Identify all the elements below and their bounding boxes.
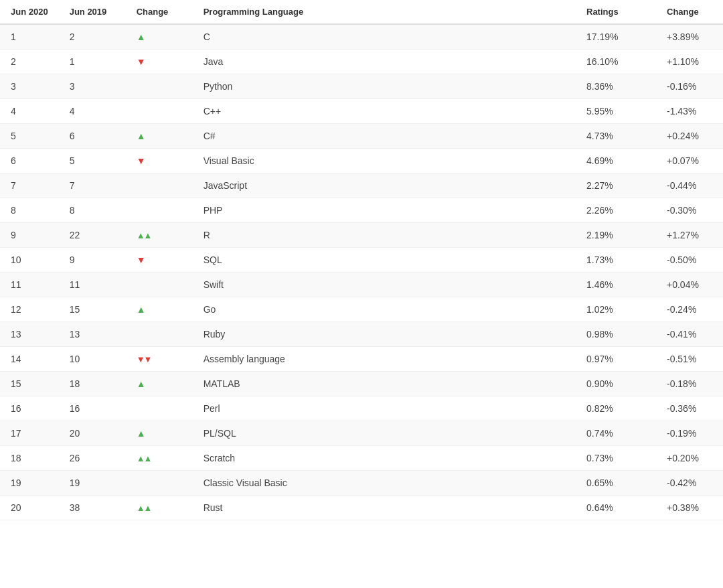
- rank-cell: 17: [0, 421, 59, 446]
- change-cell: ▲: [126, 421, 193, 446]
- language-cell: Visual Basic: [193, 149, 576, 173]
- rating-cell: 17.19%: [576, 24, 656, 50]
- language-cell: Swift: [193, 273, 576, 297]
- table-row: 1826▲▲Scratch0.73%+0.20%: [0, 446, 723, 471]
- rating-cell: 16.10%: [576, 50, 656, 74]
- prev-rank-cell: 8: [59, 198, 126, 223]
- header-change: Change: [126, 0, 193, 24]
- rank-cell: 12: [0, 297, 59, 322]
- change-value-cell: -0.30%: [656, 198, 723, 223]
- change-cell: ▲: [126, 372, 193, 396]
- prev-rank-cell: 20: [59, 421, 126, 446]
- change-cell: ▲▲: [126, 446, 193, 471]
- table-row: 77JavaScript2.27%-0.44%: [0, 173, 723, 198]
- change-cell: [126, 273, 193, 297]
- change-cell: [126, 198, 193, 223]
- table-row: 21▼Java16.10%+1.10%: [0, 50, 723, 74]
- table-row: 1720▲PL/SQL0.74%-0.19%: [0, 421, 723, 446]
- arrow-down-icon: ▼: [137, 56, 146, 67]
- language-cell: JavaScript: [193, 173, 576, 198]
- language-cell: Ruby: [193, 322, 576, 347]
- change-cell: [126, 471, 193, 496]
- rank-cell: 5: [0, 124, 59, 149]
- language-cell: PL/SQL: [193, 421, 576, 446]
- rating-cell: 0.97%: [576, 347, 656, 372]
- rank-cell: 11: [0, 273, 59, 297]
- rating-cell: 0.65%: [576, 471, 656, 496]
- rating-cell: 0.90%: [576, 372, 656, 396]
- table-row: 65▼Visual Basic4.69%+0.07%: [0, 149, 723, 173]
- rank-cell: 8: [0, 198, 59, 223]
- table-row: 44C++5.95%-1.43%: [0, 99, 723, 124]
- rank-cell: 6: [0, 149, 59, 173]
- change-value-cell: +0.20%: [656, 446, 723, 471]
- change-cell: [126, 322, 193, 347]
- change-cell: ▲▲: [126, 223, 193, 248]
- double-arrow-up-icon: ▲▲: [137, 503, 151, 513]
- rank-cell: 18: [0, 446, 59, 471]
- rating-cell: 0.64%: [576, 496, 656, 520]
- prev-rank-cell: 7: [59, 173, 126, 198]
- rank-cell: 20: [0, 496, 59, 520]
- rank-cell: 13: [0, 322, 59, 347]
- table-row: 109▼SQL1.73%-0.50%: [0, 248, 723, 273]
- prev-rank-cell: 15: [59, 297, 126, 322]
- language-cell: SQL: [193, 248, 576, 273]
- double-arrow-up-icon: ▲▲: [137, 453, 151, 463]
- change-value-cell: -0.24%: [656, 297, 723, 322]
- change-cell: ▼: [126, 50, 193, 74]
- rating-cell: 4.73%: [576, 124, 656, 149]
- rank-cell: 16: [0, 396, 59, 421]
- change-value-cell: -0.42%: [656, 471, 723, 496]
- header-language: Programming Language: [193, 0, 576, 24]
- change-value-cell: +1.10%: [656, 50, 723, 74]
- change-cell: ▼: [126, 248, 193, 273]
- rank-cell: 15: [0, 372, 59, 396]
- table-row: 1410▼▼Assembly language0.97%-0.51%: [0, 347, 723, 372]
- rank-cell: 14: [0, 347, 59, 372]
- rank-cell: 3: [0, 74, 59, 99]
- language-cell: PHP: [193, 198, 576, 223]
- arrow-down-icon: ▼: [137, 254, 146, 265]
- rating-cell: 8.36%: [576, 74, 656, 99]
- arrow-up-icon: ▲: [137, 378, 146, 389]
- language-cell: Classic Visual Basic: [193, 471, 576, 496]
- change-cell: ▲: [126, 24, 193, 50]
- table-row: 1518▲MATLAB0.90%-0.18%: [0, 372, 723, 396]
- double-arrow-up-icon: ▲▲: [137, 230, 151, 240]
- prev-rank-cell: 26: [59, 446, 126, 471]
- table-header-row: Jun 2020 Jun 2019 Change Programming Lan…: [0, 0, 723, 24]
- rankings-table: Jun 2020 Jun 2019 Change Programming Lan…: [0, 0, 723, 520]
- change-cell: [126, 74, 193, 99]
- change-value-cell: -0.41%: [656, 322, 723, 347]
- language-cell: R: [193, 223, 576, 248]
- prev-rank-cell: 4: [59, 99, 126, 124]
- table-row: 12▲C17.19%+3.89%: [0, 24, 723, 50]
- rating-cell: 0.82%: [576, 396, 656, 421]
- language-cell: Rust: [193, 496, 576, 520]
- language-cell: C++: [193, 99, 576, 124]
- prev-rank-cell: 38: [59, 496, 126, 520]
- arrow-up-icon: ▲: [137, 31, 146, 42]
- change-value-cell: +0.07%: [656, 149, 723, 173]
- change-value-cell: -0.18%: [656, 372, 723, 396]
- header-jun2019: Jun 2019: [59, 0, 126, 24]
- rating-cell: 0.98%: [576, 322, 656, 347]
- prev-rank-cell: 18: [59, 372, 126, 396]
- prev-rank-cell: 6: [59, 124, 126, 149]
- rank-cell: 1: [0, 24, 59, 50]
- prev-rank-cell: 11: [59, 273, 126, 297]
- change-cell: [126, 173, 193, 198]
- change-value-cell: +0.24%: [656, 124, 723, 149]
- rating-cell: 1.46%: [576, 273, 656, 297]
- change-cell: ▲▲: [126, 496, 193, 520]
- rating-cell: 0.74%: [576, 421, 656, 446]
- language-cell: Go: [193, 297, 576, 322]
- prev-rank-cell: 9: [59, 248, 126, 273]
- prev-rank-cell: 16: [59, 396, 126, 421]
- language-cell: Python: [193, 74, 576, 99]
- change-cell: ▲: [126, 124, 193, 149]
- header-change2: Change: [656, 0, 723, 24]
- arrow-up-icon: ▲: [137, 304, 146, 315]
- table-row: 1313Ruby0.98%-0.41%: [0, 322, 723, 347]
